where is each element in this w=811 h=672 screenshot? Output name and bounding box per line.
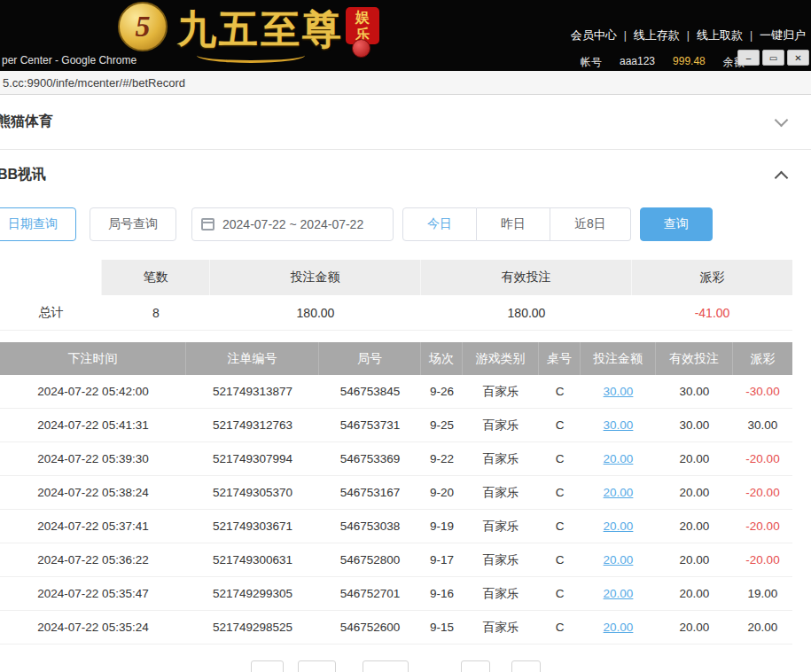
bet-record-table: 下注时间注单编号局号场次游戏类别桌号投注金额有效投注派彩 2024-07-22 … xyxy=(0,342,792,645)
search-button[interactable]: 查询 xyxy=(640,207,713,241)
cell-bet[interactable]: 30.00 xyxy=(581,409,656,441)
cell-bet[interactable]: 20.00 xyxy=(581,510,656,543)
last-8-days-button[interactable]: 近8日 xyxy=(550,207,631,241)
cell-order: 521749307994 xyxy=(186,442,319,475)
cell-game: 百家乐 xyxy=(463,577,539,610)
date-range-value: 2024-07-22 ~ 2024-07-22 xyxy=(222,217,363,231)
table-row: 2024-07-22 05:39:30521749307994546753369… xyxy=(0,442,792,476)
cell-table_no: C xyxy=(539,611,581,644)
panda-sports-title: 熊猫体育 xyxy=(0,113,53,131)
cell-bet[interactable]: 20.00 xyxy=(581,611,656,644)
bet-amount-link[interactable]: 20.00 xyxy=(604,520,634,533)
cell-order: 521749313877 xyxy=(186,375,319,408)
cell-game: 百家乐 xyxy=(463,409,539,441)
cell-payout: -30.00 xyxy=(733,375,792,408)
coin-logo-icon: 5 xyxy=(118,2,168,51)
cell-session: 9-25 xyxy=(421,409,463,441)
bet-amount-link[interactable]: 20.00 xyxy=(604,553,634,567)
nav-online-withdraw[interactable]: 线上取款 xyxy=(697,27,743,43)
table-row: 2024-07-22 05:38:24521749305370546753167… xyxy=(0,476,792,510)
cell-payout: 30.00 xyxy=(733,409,792,441)
cell-time: 2024-07-22 05:38:24 xyxy=(0,476,186,509)
cell-round: 546752600 xyxy=(319,611,421,644)
cell-valid: 20.00 xyxy=(656,577,733,610)
date-range-input[interactable]: 2024-07-22 ~ 2024-07-22 xyxy=(191,207,394,241)
summary-table: 笔数 投注金额 有效投注 派彩 总计 8 180.00 180.00 -41.0… xyxy=(0,260,792,331)
cell-game: 百家乐 xyxy=(463,543,539,576)
summary-header-count: 笔数 xyxy=(102,260,210,295)
summary-total-label: 总计 xyxy=(0,295,102,331)
cell-bet[interactable]: 20.00 xyxy=(581,543,656,576)
bet-amount-link[interactable]: 20.00 xyxy=(604,621,634,634)
cell-bet[interactable]: 30.00 xyxy=(581,375,656,408)
summary-header-valid-bet: 有效投注 xyxy=(421,260,632,295)
chevron-up-icon[interactable] xyxy=(775,170,789,184)
quick-range-group: 今日 昨日 近8日 xyxy=(402,207,631,241)
bet-amount-link[interactable]: 20.00 xyxy=(604,587,634,600)
cell-order: 521749300631 xyxy=(186,543,319,576)
pagination-page-button[interactable] xyxy=(298,660,336,672)
cell-time: 2024-07-22 05:42:00 xyxy=(0,375,186,408)
cell-session: 9-20 xyxy=(421,476,463,509)
bb-video-title: BB视讯 xyxy=(0,166,46,184)
today-button[interactable]: 今日 xyxy=(402,207,477,241)
yesterday-button[interactable]: 昨日 xyxy=(477,207,550,241)
close-button[interactable]: ✕ xyxy=(787,50,809,66)
column-header: 下注时间 xyxy=(0,342,186,375)
cell-valid: 20.00 xyxy=(656,510,733,543)
minimize-button[interactable]: – xyxy=(737,50,760,66)
maximize-button[interactable]: ▭ xyxy=(762,50,784,66)
pagination-page-size-select[interactable] xyxy=(363,660,409,672)
bet-amount-link[interactable]: 30.00 xyxy=(604,385,634,398)
summary-count-value: 8 xyxy=(102,295,210,331)
bet-amount-link[interactable]: 30.00 xyxy=(604,418,634,432)
cell-order: 521749299305 xyxy=(186,577,319,610)
badge-char-top: 娱 xyxy=(355,9,370,26)
summary-header-bet-amount: 投注金额 xyxy=(210,260,421,295)
table-row: 2024-07-22 05:35:47521749299305546752701… xyxy=(0,577,792,611)
address-bar[interactable]: 5.cc:9900/infe/mcenter/#/betRecord xyxy=(0,71,811,95)
section-bb-video[interactable]: BB视讯 xyxy=(0,150,811,199)
column-header: 注单编号 xyxy=(186,342,319,375)
cell-order: 521749305370 xyxy=(186,476,319,509)
nav-separator: | xyxy=(624,29,627,42)
cell-payout: -20.00 xyxy=(733,442,792,475)
summary-header-row: 笔数 投注金额 有效投注 派彩 xyxy=(0,260,792,295)
calendar-icon xyxy=(201,218,214,231)
column-header: 场次 xyxy=(421,342,463,375)
round-query-tab[interactable]: 局号查询 xyxy=(90,207,176,241)
pagination-jump-button[interactable] xyxy=(511,660,541,672)
summary-bet-amount-value: 180.00 xyxy=(210,295,421,331)
pagination-prev-button[interactable] xyxy=(251,660,284,672)
cell-valid: 20.00 xyxy=(656,543,733,576)
cell-time: 2024-07-22 05:35:47 xyxy=(0,577,186,610)
cell-round: 546752701 xyxy=(319,577,421,610)
cell-bet[interactable]: 20.00 xyxy=(581,476,656,509)
pagination-next-button[interactable] xyxy=(461,660,490,672)
cell-session: 9-17 xyxy=(421,543,463,576)
cell-time: 2024-07-22 05:41:31 xyxy=(0,409,186,441)
cell-payout: -20.00 xyxy=(733,543,792,576)
table-row: 2024-07-22 05:35:24521749298525546752600… xyxy=(0,611,792,645)
cell-table_no: C xyxy=(539,409,581,441)
chevron-down-icon[interactable] xyxy=(775,113,789,128)
cell-session: 9-26 xyxy=(421,375,463,408)
cell-round: 546753167 xyxy=(319,476,421,509)
cell-valid: 30.00 xyxy=(656,375,733,408)
nav-member-center[interactable]: 会员中心 xyxy=(571,27,617,43)
cell-round: 546753369 xyxy=(319,442,421,475)
nav-online-deposit[interactable]: 线上存款 xyxy=(634,27,680,43)
table-row: 2024-07-22 05:36:22521749300631546752800… xyxy=(0,543,792,577)
cell-bet[interactable]: 20.00 xyxy=(581,577,656,610)
section-panda-sports[interactable]: 熊猫体育 xyxy=(0,95,811,150)
bet-amount-link[interactable]: 20.00 xyxy=(604,486,634,499)
cell-payout: 20.00 xyxy=(733,611,792,644)
cell-bet[interactable]: 20.00 xyxy=(581,442,656,475)
date-query-tab[interactable]: 日期查询 xyxy=(0,207,76,241)
nav-one-key-transfer[interactable]: 一键归户 xyxy=(760,27,806,43)
red-seal-icon xyxy=(352,39,370,58)
cell-round: 546753731 xyxy=(319,409,421,441)
bet-amount-link[interactable]: 20.00 xyxy=(604,452,634,465)
bet-table-header-row: 下注时间注单编号局号场次游戏类别桌号投注金额有效投注派彩 xyxy=(0,342,792,375)
cell-table_no: C xyxy=(539,543,581,576)
